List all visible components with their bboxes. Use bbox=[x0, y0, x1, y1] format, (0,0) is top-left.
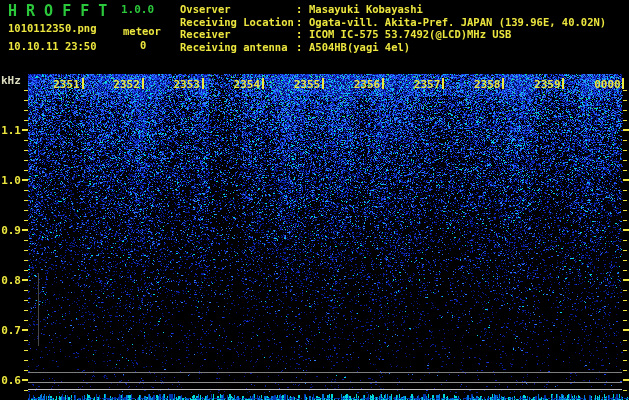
info-label: Receiving antenna bbox=[180, 41, 296, 54]
freq-tick bbox=[623, 129, 629, 131]
freq-tick bbox=[24, 350, 28, 351]
freq-tick bbox=[623, 170, 627, 171]
freq-tick bbox=[24, 90, 28, 91]
freq-tick bbox=[623, 140, 627, 141]
freq-tick bbox=[24, 310, 28, 311]
freq-tick bbox=[24, 100, 28, 101]
time-label: 2356 bbox=[350, 78, 384, 91]
time-label: 0000 bbox=[590, 78, 624, 91]
carrier-line bbox=[28, 389, 622, 390]
freq-tick bbox=[24, 120, 28, 121]
freq-tick bbox=[623, 310, 627, 311]
minute-tick bbox=[262, 78, 264, 89]
minute-tick bbox=[382, 78, 384, 89]
time-label: 2355 bbox=[290, 78, 324, 91]
freq-tick bbox=[22, 279, 28, 281]
minute-tick bbox=[202, 78, 204, 89]
freq-tick bbox=[623, 179, 629, 181]
info-colon: : bbox=[296, 28, 309, 41]
info-value: ICOM IC-575 53.7492(@LCD)MHz USB bbox=[309, 28, 511, 41]
freq-tick-label: 0.7 bbox=[0, 324, 21, 337]
freq-tick bbox=[24, 190, 28, 191]
freq-tick bbox=[623, 270, 627, 271]
freq-tick bbox=[623, 300, 627, 301]
mode-label: meteor bbox=[123, 26, 161, 37]
app-title: H R O F F T bbox=[8, 4, 107, 19]
freq-tick bbox=[24, 260, 28, 261]
time-label: 2351 bbox=[50, 78, 84, 91]
output-filename: 1010112350.png bbox=[8, 23, 97, 34]
info-label: Receiver bbox=[180, 28, 296, 41]
minute-tick bbox=[442, 78, 444, 89]
freq-tick bbox=[623, 220, 627, 221]
info-value: Ogata-vill. Akita-Pref. JAPAN (139.96E, … bbox=[309, 16, 606, 29]
freq-tick bbox=[24, 390, 28, 391]
freq-tick bbox=[623, 340, 627, 341]
freq-tick-label: 1.1 bbox=[0, 124, 21, 137]
freq-tick bbox=[24, 360, 28, 361]
freq-tick bbox=[22, 179, 28, 181]
freq-tick bbox=[623, 379, 629, 381]
info-colon: : bbox=[296, 41, 309, 54]
hrofft-window: H R O F F T 1.0.0 1010112350.png meteor … bbox=[0, 0, 629, 400]
freq-tick bbox=[24, 250, 28, 251]
freq-tick bbox=[24, 210, 28, 211]
freq-tick bbox=[623, 240, 627, 241]
meteor-count: 0 bbox=[140, 40, 146, 51]
freq-tick bbox=[22, 129, 28, 131]
freq-tick-label: 0.9 bbox=[0, 224, 21, 237]
freq-tick-label: 0.8 bbox=[0, 274, 21, 287]
spectrogram-canvas bbox=[0, 0, 629, 400]
info-value: Masayuki Kobayashi bbox=[309, 3, 423, 16]
time-label: 2359 bbox=[530, 78, 564, 91]
freq-tick bbox=[24, 220, 28, 221]
info-value: A504HB(yagi 4el) bbox=[309, 41, 410, 54]
freq-tick bbox=[623, 110, 627, 111]
freq-tick bbox=[24, 370, 28, 371]
station-info-row: Receiving antenna:A504HB(yagi 4el) bbox=[180, 41, 606, 54]
freq-tick bbox=[623, 160, 627, 161]
freq-tick bbox=[623, 360, 627, 361]
carrier-line bbox=[28, 382, 622, 383]
station-info: Ovserver:Masayuki KobayashiReceiving Loc… bbox=[180, 3, 606, 54]
minute-tick bbox=[142, 78, 144, 89]
freq-tick bbox=[22, 379, 28, 381]
station-info-row: Ovserver:Masayuki Kobayashi bbox=[180, 3, 606, 16]
app-version: 1.0.0 bbox=[121, 4, 154, 15]
station-info-row: Receiver:ICOM IC-575 53.7492(@LCD)MHz US… bbox=[180, 28, 606, 41]
freq-tick bbox=[24, 150, 28, 151]
freq-tick bbox=[623, 370, 627, 371]
minute-tick bbox=[622, 78, 624, 89]
freq-tick bbox=[623, 350, 627, 351]
info-colon: : bbox=[296, 3, 309, 16]
freq-tick bbox=[24, 300, 28, 301]
freq-tick bbox=[24, 270, 28, 271]
freq-tick bbox=[24, 110, 28, 111]
freq-tick bbox=[623, 190, 627, 191]
freq-tick-label: 1.0 bbox=[0, 174, 21, 187]
freq-tick bbox=[623, 120, 627, 121]
freq-tick bbox=[623, 279, 629, 281]
station-info-row: Receiving Location:Ogata-vill. Akita-Pre… bbox=[180, 16, 606, 29]
freq-tick bbox=[24, 320, 28, 321]
freq-tick bbox=[22, 329, 28, 331]
date-time: 10.10.11 23:50 bbox=[8, 41, 97, 52]
minute-tick bbox=[502, 78, 504, 89]
minute-tick bbox=[322, 78, 324, 89]
freq-tick bbox=[623, 260, 627, 261]
time-label: 2353 bbox=[170, 78, 204, 91]
time-label: 2358 bbox=[470, 78, 504, 91]
freq-tick bbox=[623, 210, 627, 211]
freq-tick bbox=[623, 229, 629, 231]
info-label: Ovserver bbox=[180, 3, 296, 16]
freq-tick bbox=[623, 290, 627, 291]
freq-tick bbox=[24, 170, 28, 171]
freq-tick-label: 0.6 bbox=[0, 374, 21, 387]
minute-tick bbox=[562, 78, 564, 89]
vertical-artifact-line bbox=[38, 273, 39, 346]
carrier-line bbox=[28, 372, 622, 373]
freq-tick bbox=[623, 320, 627, 321]
freq-tick bbox=[24, 290, 28, 291]
time-label: 2352 bbox=[110, 78, 144, 91]
freq-tick bbox=[24, 200, 28, 201]
